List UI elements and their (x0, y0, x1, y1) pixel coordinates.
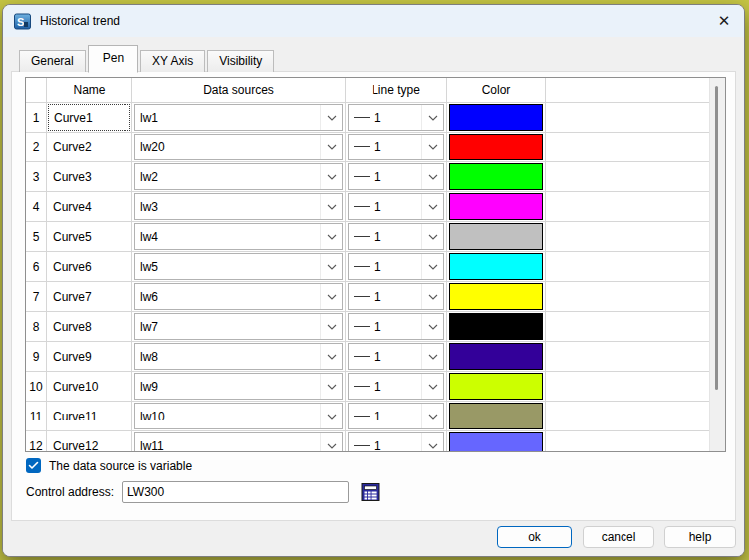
curve-name-cell[interactable]: Curve3 (47, 162, 132, 192)
filler-cell (546, 103, 710, 133)
color-swatch[interactable] (449, 163, 543, 190)
color-swatch[interactable] (449, 193, 543, 220)
line-type-combobox[interactable]: 1 (348, 223, 444, 250)
color-swatch[interactable] (449, 283, 543, 310)
ok-button[interactable]: ok (497, 526, 572, 548)
address-keypad-button[interactable] (360, 481, 381, 503)
table-vertical-scrollbar[interactable] (709, 78, 725, 451)
color-swatch[interactable] (449, 313, 543, 340)
curve-name-cell[interactable]: Curve8 (47, 312, 132, 342)
control-address-label: Control address: (26, 485, 114, 499)
line-type-value: 1 (374, 170, 381, 184)
color-swatch[interactable] (449, 223, 543, 250)
curve-name-cell[interactable]: Curve7 (47, 282, 132, 312)
color-swatch[interactable] (449, 343, 543, 370)
row-number: 3 (33, 170, 40, 184)
data-source-combobox[interactable]: lw8 (134, 343, 343, 370)
data-source-combobox[interactable]: lw4 (134, 223, 343, 250)
line-type-cell: 1 (346, 252, 447, 282)
line-type-combobox[interactable]: 1 (348, 432, 444, 452)
tab-pen[interactable]: Pen (88, 45, 138, 73)
tab-xy-axis[interactable]: XY Axis (140, 50, 205, 72)
data-source-combobox[interactable]: lw9 (134, 373, 343, 400)
line-type-value: 1 (374, 230, 381, 244)
color-swatch[interactable] (449, 403, 543, 429)
row-number-cell: 1 (26, 103, 47, 133)
curve-name-cell[interactable]: Curve10 (47, 372, 132, 402)
line-type-combobox[interactable]: 1 (348, 104, 444, 131)
data-source-combobox[interactable]: lw3 (134, 193, 343, 220)
data-source-combobox[interactable]: lw20 (134, 134, 343, 160)
line-type-combobox[interactable]: 1 (348, 163, 444, 190)
chevron-down-icon (320, 254, 342, 279)
window-title: Historical trend (40, 14, 120, 28)
curve-name: Curve6 (53, 260, 92, 274)
help-button[interactable]: help (664, 526, 736, 548)
chevron-down-icon (320, 344, 342, 369)
data-source-combobox[interactable]: lw5 (134, 253, 343, 280)
table-row: 10 Curve10 lw9 1 (26, 372, 710, 402)
chevron-down-icon (320, 135, 342, 159)
line-type-value: 1 (374, 380, 381, 394)
line-type-combobox[interactable]: 1 (348, 253, 444, 280)
filler-cell (546, 312, 710, 342)
row-number: 2 (33, 140, 40, 154)
color-swatch[interactable] (449, 253, 543, 280)
data-source-combobox[interactable]: lw11 (134, 432, 343, 452)
tab-general[interactable]: General (19, 50, 86, 72)
chevron-down-icon (421, 374, 443, 399)
curve-name-cell[interactable]: Curve12 (47, 431, 132, 452)
data-source-cell: lw5 (132, 252, 346, 282)
line-type-value: 1 (374, 439, 381, 453)
line-type-cell: 1 (346, 222, 447, 252)
row-number: 12 (29, 439, 42, 453)
curve-name-cell[interactable]: Curve5 (47, 222, 132, 252)
chevron-down-icon (421, 164, 443, 189)
curve-name-cell[interactable]: Curve6 (47, 252, 132, 282)
variable-source-checkbox[interactable] (26, 458, 41, 473)
line-type-combobox[interactable]: 1 (348, 193, 444, 220)
tab-visibility[interactable]: Visibility (207, 50, 274, 72)
line-type-cell: 1 (346, 162, 447, 192)
data-source-combobox[interactable]: lw2 (134, 163, 343, 190)
curve-name-cell[interactable]: Curve4 (47, 192, 132, 222)
line-type-combobox[interactable]: 1 (348, 313, 444, 340)
data-source-combobox[interactable]: lw10 (134, 403, 343, 429)
curve-name-cell[interactable]: Curve2 (47, 133, 132, 162)
data-source-combobox[interactable]: lw7 (134, 313, 343, 340)
line-type-cell: 1 (346, 372, 447, 402)
scrollbar-thumb[interactable] (715, 86, 718, 390)
curve-name-cell[interactable]: Curve1 (47, 103, 132, 133)
line-type-combobox[interactable]: 1 (348, 403, 444, 429)
color-swatch[interactable] (449, 432, 543, 452)
close-button[interactable]: ✕ (704, 7, 744, 35)
color-cell (447, 342, 546, 372)
chevron-down-icon (421, 284, 443, 309)
data-source-combobox[interactable]: lw6 (134, 283, 343, 310)
color-swatch[interactable] (449, 373, 543, 400)
curve-name-cell[interactable]: Curve11 (47, 402, 132, 431)
data-source-cell: lw3 (132, 192, 346, 222)
tab-strip: General Pen XY Axis Visibility (19, 45, 276, 72)
cancel-button[interactable]: cancel (583, 526, 654, 548)
line-type-combobox[interactable]: 1 (348, 343, 444, 370)
control-address-input[interactable] (122, 481, 349, 503)
table-row: 12 Curve12 lw11 1 (26, 431, 710, 452)
filler-cell (546, 282, 710, 312)
line-type-combobox[interactable]: 1 (348, 283, 444, 310)
filler-cell (546, 431, 710, 452)
curve-name-cell[interactable]: Curve9 (47, 342, 132, 372)
color-swatch[interactable] (449, 104, 543, 131)
line-type-combobox[interactable]: 1 (348, 134, 444, 160)
curve-name: Curve2 (53, 140, 92, 154)
row-number-cell: 9 (26, 342, 47, 372)
title-bar[interactable]: S Historical trend ✕ (3, 5, 744, 37)
line-type-combobox[interactable]: 1 (348, 373, 444, 400)
line-style-sample (354, 356, 370, 358)
table-row: 11 Curve11 lw10 1 (26, 402, 710, 431)
color-swatch[interactable] (449, 134, 543, 160)
header-name: Name (47, 78, 132, 103)
data-source-combobox[interactable]: lw1 (134, 104, 343, 131)
color-cell (447, 162, 546, 192)
chevron-down-icon (320, 224, 342, 249)
